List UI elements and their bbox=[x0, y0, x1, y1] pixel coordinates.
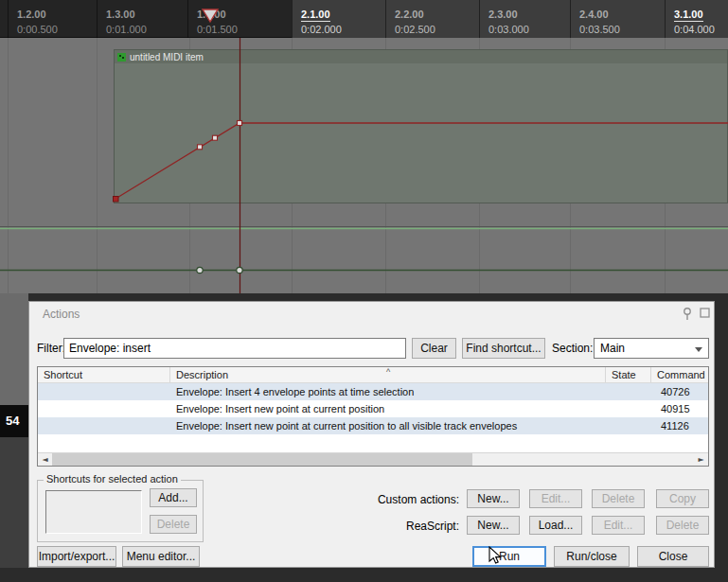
table-row[interactable]: Envelope: Insert new point at current po… bbox=[38, 417, 708, 434]
reascript-label: ReaScript: bbox=[351, 520, 459, 533]
mouse-cursor bbox=[488, 546, 504, 565]
custom-action-copy-button[interactable]: Copy bbox=[656, 489, 709, 508]
shortcut-listbox[interactable] bbox=[45, 490, 142, 534]
import-export-button[interactable]: Import/export... bbox=[37, 546, 116, 567]
midi-item-header[interactable]: untitled MIDI item bbox=[115, 50, 727, 63]
scroll-right-icon[interactable]: ► bbox=[694, 453, 708, 466]
track2-envelope-point[interactable] bbox=[237, 267, 242, 273]
midi-item-title: untitled MIDI item bbox=[130, 52, 204, 62]
grid-line bbox=[97, 38, 98, 293]
table-row[interactable]: Envelope: Insert new point at current po… bbox=[38, 400, 708, 417]
edit-cursor-marker[interactable] bbox=[0, 0, 728, 38]
shortcuts-group: Shortcuts for selected action Add... Del… bbox=[37, 480, 204, 542]
column-header-state[interactable]: State bbox=[606, 367, 651, 382]
window-menu-icon[interactable] bbox=[700, 308, 711, 319]
scrollbar-thumb[interactable] bbox=[52, 453, 472, 466]
action-list[interactable]: Shortcut Description State Command ID ^ … bbox=[37, 366, 709, 467]
run-close-button[interactable]: Run/close bbox=[554, 546, 630, 567]
table-row[interactable]: Envelope: Insert 4 envelope points at ti… bbox=[38, 383, 708, 400]
section-dropdown[interactable]: Main bbox=[594, 338, 709, 359]
filter-input[interactable] bbox=[63, 338, 406, 359]
section-label: Section: bbox=[552, 342, 593, 355]
reascript-new-button[interactable]: New... bbox=[467, 516, 520, 535]
menu-editor-button[interactable]: Menu editor... bbox=[122, 546, 200, 567]
run-button[interactable]: Run bbox=[472, 546, 546, 567]
section-value: Main bbox=[600, 342, 625, 355]
shortcuts-group-label: Shortcuts for selected action bbox=[44, 473, 181, 485]
chevron-down-icon bbox=[695, 347, 702, 352]
midi-item[interactable]: untitled MIDI item bbox=[114, 49, 728, 203]
reascript-load-button[interactable]: Load... bbox=[529, 516, 582, 535]
sort-ascending-icon: ^ bbox=[386, 367, 390, 377]
custom-action-delete-button[interactable]: Delete bbox=[592, 489, 645, 508]
pin-icon[interactable] bbox=[681, 307, 694, 321]
custom-action-new-button[interactable]: New... bbox=[467, 489, 520, 508]
custom-action-edit-button[interactable]: Edit... bbox=[529, 489, 582, 508]
arrange-view[interactable]: untitled MIDI item bbox=[0, 38, 728, 293]
track2-envelope-point[interactable] bbox=[197, 267, 203, 273]
scroll-left-icon[interactable]: ◄ bbox=[38, 453, 52, 466]
reascript-delete-button[interactable]: Delete bbox=[656, 516, 709, 535]
clear-button[interactable]: Clear bbox=[412, 338, 456, 359]
horizontal-scrollbar[interactable]: ◄ ► bbox=[38, 452, 708, 466]
add-shortcut-button[interactable]: Add... bbox=[150, 488, 197, 507]
panel-strip bbox=[0, 437, 28, 568]
column-header-shortcut[interactable]: Shortcut bbox=[38, 367, 170, 382]
track-label: 54 bbox=[0, 405, 28, 437]
actions-dialog: Actions Filter: Clear Find shortcut... S… bbox=[28, 301, 715, 568]
find-shortcut-button[interactable]: Find shortcut... bbox=[462, 338, 545, 359]
grid-line bbox=[8, 38, 9, 293]
filter-label: Filter: bbox=[37, 342, 65, 355]
close-button[interactable]: Close bbox=[637, 546, 709, 567]
reascript-edit-button[interactable]: Edit... bbox=[592, 516, 645, 535]
table-header[interactable]: Shortcut Description State Command ID ^ bbox=[38, 367, 708, 383]
delete-shortcut-button[interactable]: Delete bbox=[150, 515, 197, 534]
timeline-ruler[interactable]: 1.2.000:00.500 1.3.000:01.000 1.4.000:01… bbox=[0, 0, 728, 38]
column-header-command-id[interactable]: Command ID bbox=[651, 367, 708, 382]
dialog-title: Actions bbox=[43, 308, 80, 321]
track-panel-strip bbox=[0, 293, 28, 405]
custom-actions-label: Custom actions: bbox=[351, 493, 459, 506]
midi-item-icon bbox=[117, 53, 126, 62]
